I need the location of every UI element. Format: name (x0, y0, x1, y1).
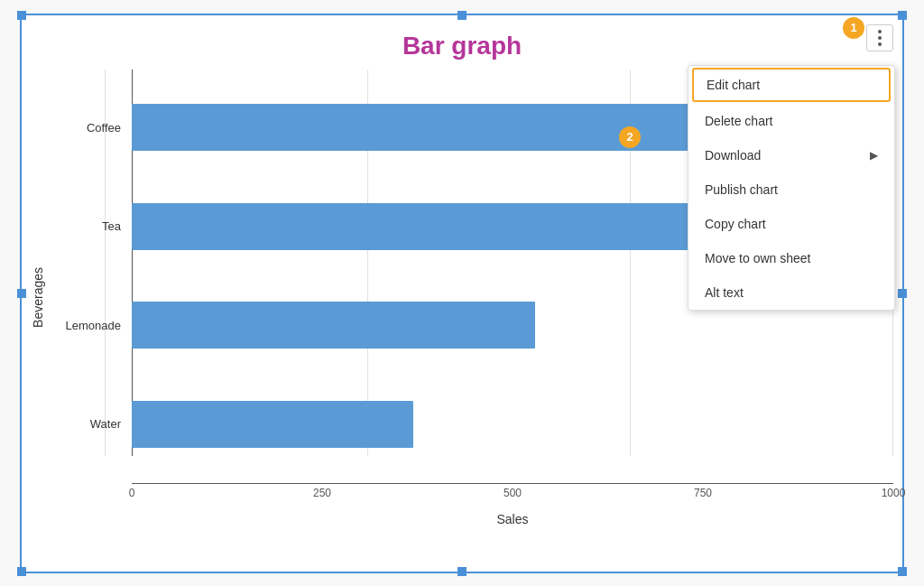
x-tick: 1000 (882, 487, 906, 499)
x-tick: 500 (504, 487, 522, 499)
bar-fill (132, 401, 413, 448)
handle-top-left[interactable] (17, 11, 26, 20)
menu-item-delete-chart[interactable]: Delete chart (688, 104, 894, 138)
submenu-arrow-icon: ▶ (870, 149, 878, 162)
menu-item-label: Alt text (705, 285, 744, 300)
menu-item-move-to-own-sheet[interactable]: Move to own sheet (688, 241, 894, 275)
badge-2: 2 (619, 126, 641, 148)
handle-top-right[interactable] (898, 11, 907, 20)
x-tick: 0 (129, 487, 135, 499)
bar-label: Lemonade (51, 319, 132, 332)
x-axis-line (132, 483, 893, 484)
menu-item-label: Copy chart (705, 217, 766, 231)
bar-row: Water (51, 393, 893, 456)
menu-item-label: Move to own sheet (705, 251, 811, 265)
menu-item-copy-chart[interactable]: Copy chart (688, 207, 894, 241)
bar-label: Water (51, 417, 132, 431)
x-tick: 750 (694, 487, 712, 499)
x-axis: 02505007501000 (51, 483, 893, 510)
badge-1: 1 (843, 17, 864, 39)
three-dot-menu-button[interactable] (866, 24, 893, 51)
handle-bottom-middle[interactable] (457, 567, 467, 576)
menu-item-label: Edit chart (707, 78, 760, 92)
dots-icon (878, 30, 882, 46)
bar-track (132, 401, 893, 448)
bar-label: Coffee (51, 121, 132, 135)
menu-item-download[interactable]: Download▶ (688, 138, 894, 172)
bar-fill (132, 302, 535, 349)
menu-item-publish-chart[interactable]: Publish chart (688, 172, 894, 207)
bar-label: Tea (51, 219, 132, 233)
chart-title: Bar graph (31, 32, 893, 60)
menu-item-label: Publish chart (705, 182, 778, 197)
y-axis-label: Beverages (31, 267, 45, 328)
bar-fill (132, 203, 741, 250)
bar-fill (132, 104, 779, 151)
context-menu: Edit chartDelete chartDownload▶Publish c… (688, 65, 895, 311)
handle-bottom-right[interactable] (898, 567, 907, 576)
handle-middle-right[interactable] (898, 289, 907, 298)
menu-item-alt-text[interactable]: Alt text (688, 275, 894, 310)
menu-item-edit-chart[interactable]: Edit chart (692, 68, 891, 102)
chart-container: 1 2 Edit chartDelete chartDownload▶Publi… (20, 14, 904, 573)
menu-item-label: Download (705, 148, 761, 163)
handle-middle-left[interactable] (17, 289, 26, 298)
menu-item-label: Delete chart (705, 114, 772, 128)
x-tick: 250 (313, 487, 331, 499)
x-axis-label: Sales (51, 510, 893, 526)
handle-bottom-left[interactable] (17, 567, 26, 576)
handle-top-middle[interactable] (457, 11, 467, 20)
